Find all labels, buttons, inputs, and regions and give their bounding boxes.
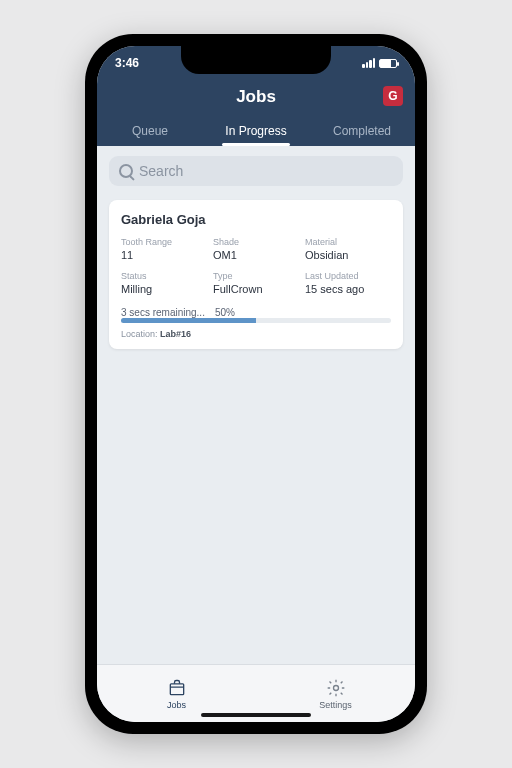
location-value: Lab#16 [160, 329, 191, 339]
tabbar-settings-label: Settings [319, 700, 352, 710]
patient-name: Gabriela Goja [121, 212, 391, 227]
progress-remaining: 3 secs remaining... [121, 307, 205, 318]
tab-completed[interactable]: Completed [309, 114, 415, 146]
progress-row: 3 secs remaining... 50% [121, 307, 391, 318]
label-shade: Shade [213, 237, 299, 247]
screen: 3:46 Jobs G Queue In Progress Completed [97, 46, 415, 722]
tabbar-jobs-label: Jobs [167, 700, 186, 710]
gear-icon [326, 678, 346, 698]
search-field[interactable] [109, 156, 403, 186]
value-type: FullCrown [213, 283, 299, 295]
progress-bar [121, 318, 391, 323]
app-header: 3:46 Jobs G Queue In Progress Completed [97, 46, 415, 146]
phone-frame: 3:46 Jobs G Queue In Progress Completed [85, 34, 427, 734]
value-last-updated: 15 secs ago [305, 283, 391, 295]
label-last-updated: Last Updated [305, 271, 391, 281]
progress-percent: 50% [215, 307, 235, 318]
home-indicator[interactable] [201, 713, 311, 717]
label-material: Material [305, 237, 391, 247]
job-card[interactable]: Gabriela Goja Tooth Range 11 Shade OM1 M… [109, 200, 403, 349]
tab-queue[interactable]: Queue [97, 114, 203, 146]
value-tooth-range: 11 [121, 249, 207, 261]
signal-icon [362, 58, 375, 68]
label-tooth-range: Tooth Range [121, 237, 207, 247]
page-title: Jobs [236, 87, 276, 107]
value-shade: OM1 [213, 249, 299, 261]
status-bar: 3:46 [97, 46, 415, 80]
battery-icon [379, 59, 397, 68]
status-time: 3:46 [115, 56, 139, 70]
status-indicators [362, 58, 397, 68]
content-area: Gabriela Goja Tooth Range 11 Shade OM1 M… [97, 146, 415, 664]
location-label: Location: [121, 329, 160, 339]
value-material: Obsidian [305, 249, 391, 261]
tab-in-progress[interactable]: In Progress [203, 114, 309, 146]
search-icon [119, 164, 133, 178]
search-input[interactable] [139, 163, 393, 179]
brand-badge-icon[interactable]: G [383, 86, 403, 106]
jobs-icon [167, 678, 187, 698]
location-line: Location: Lab#16 [121, 329, 391, 339]
segment-tabs: Queue In Progress Completed [97, 114, 415, 146]
svg-point-1 [333, 685, 338, 690]
svg-rect-0 [170, 683, 183, 694]
value-status: Milling [121, 283, 207, 295]
label-type: Type [213, 271, 299, 281]
label-status: Status [121, 271, 207, 281]
